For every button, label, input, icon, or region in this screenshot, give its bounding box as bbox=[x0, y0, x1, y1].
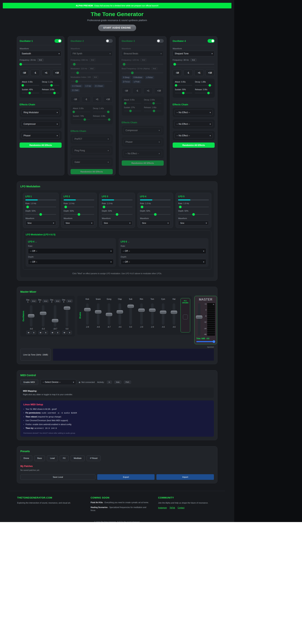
oscillator-2-toggle[interactable] bbox=[106, 39, 113, 43]
effect-3-select[interactable]: Phaser▾ bbox=[21, 133, 60, 138]
start-audio-engine-button[interactable]: START AUDIO ENGINE bbox=[98, 25, 136, 31]
master-fader[interactable] bbox=[196, 303, 202, 336]
beat-frequency-slider[interactable] bbox=[122, 72, 163, 73]
lfo-rate-slider[interactable] bbox=[102, 206, 133, 207]
mod-rate-select[interactable]: -- Off --▾ bbox=[121, 248, 206, 254]
oscillator-4-toggle[interactable] bbox=[208, 39, 215, 43]
volume-fader[interactable] bbox=[84, 303, 90, 325]
freq-minus-10-button[interactable]: -10 bbox=[19, 70, 29, 76]
export-button[interactable]: Export bbox=[97, 474, 155, 480]
decay-slider[interactable] bbox=[195, 85, 212, 86]
randomize-effects-button[interactable]: Randomize All Effects bbox=[70, 169, 113, 174]
mute-button[interactable]: M bbox=[38, 331, 43, 334]
mod-button[interactable]: Mod bbox=[66, 300, 72, 302]
effect-2-select[interactable]: Phaser▾ bbox=[124, 139, 162, 145]
lfo-waveform-select[interactable]: Sine▾ bbox=[178, 220, 209, 226]
release-slider[interactable] bbox=[42, 93, 59, 94]
binaural-preset-chip[interactable]: α Relax bbox=[145, 76, 154, 79]
enable-midi-button[interactable]: Enable MIDI bbox=[20, 379, 38, 385]
sustain-slider[interactable] bbox=[175, 93, 192, 94]
contact-link[interactable]: Contact bbox=[178, 506, 184, 509]
attack-slider[interactable] bbox=[22, 85, 39, 86]
freq-plus-10-button[interactable]: +10 bbox=[154, 88, 164, 94]
effect-2-select[interactable]: Compressor▾ bbox=[21, 121, 60, 127]
volume-fader[interactable] bbox=[117, 303, 123, 325]
lfo-depth-slider[interactable] bbox=[178, 214, 209, 215]
mod-badge[interactable]: Mod bbox=[140, 59, 147, 61]
mute-button[interactable]: M bbox=[50, 331, 55, 334]
mod-badge[interactable]: Mod bbox=[92, 76, 99, 78]
lfo-depth-slider[interactable] bbox=[102, 214, 133, 215]
freq-plus-10-button[interactable]: +10 bbox=[103, 96, 113, 102]
decay-slider[interactable] bbox=[144, 103, 161, 104]
release-slider[interactable] bbox=[195, 93, 212, 94]
effect-2-select[interactable]: -- No Effect --▾ bbox=[175, 121, 213, 127]
freq-plus-1-button[interactable]: +1 bbox=[92, 96, 102, 102]
preset-lead-button[interactable]: Lead bbox=[47, 455, 58, 461]
mod-badge[interactable]: Mod bbox=[89, 59, 96, 61]
waveform-select[interactable]: Sawtooth▾ bbox=[19, 51, 62, 56]
effect-1-select[interactable]: -- No Effect --▾ bbox=[175, 110, 213, 115]
effect-1-select[interactable]: Ring Modulator▾ bbox=[21, 110, 60, 115]
decay-slider[interactable] bbox=[42, 85, 59, 86]
binaural-preset-chip[interactable]: γ Peak bbox=[132, 80, 141, 83]
freq-minus-10-button[interactable]: -10 bbox=[173, 70, 182, 76]
freq-plus-1-button[interactable]: +1 bbox=[143, 88, 153, 94]
decay-slider[interactable] bbox=[93, 112, 110, 112]
fm-preset-chip[interactable]: 2:1 Down bbox=[93, 84, 104, 88]
mod-badge[interactable]: Mod bbox=[37, 59, 44, 61]
fm-preset-chip[interactable]: 3:1 Bell bbox=[70, 89, 80, 92]
all-drums-fader[interactable] bbox=[182, 306, 189, 330]
fm-preset-chip[interactable]: 1:1 Classic bbox=[70, 84, 83, 88]
lfo-rate-slider[interactable] bbox=[140, 206, 171, 207]
lineup-tone-button[interactable]: Line-Up Tone (1kHz -18dB) bbox=[20, 349, 51, 361]
master-volume-slider[interactable] bbox=[196, 341, 215, 342]
volume-fader[interactable] bbox=[28, 305, 34, 327]
lfo-depth-slider[interactable] bbox=[140, 214, 171, 215]
lfo-depth-slider[interactable] bbox=[25, 214, 56, 215]
mod-badge[interactable]: Mod bbox=[89, 67, 95, 70]
freq-minus-1-button[interactable]: -1 bbox=[133, 88, 142, 94]
solo-button[interactable]: S bbox=[43, 331, 48, 334]
sustain-slider[interactable] bbox=[73, 119, 90, 120]
save-local-button[interactable]: Save Local bbox=[20, 474, 95, 480]
solo-button[interactable]: S bbox=[31, 331, 36, 334]
waveform-select[interactable]: FM Synth▾ bbox=[70, 51, 113, 56]
randomize-effects-button[interactable]: Randomize All Effects bbox=[122, 160, 164, 166]
randomize-effects-button[interactable]: Randomize All Effects bbox=[173, 142, 215, 148]
sustain-slider[interactable] bbox=[124, 110, 141, 111]
release-slider[interactable] bbox=[144, 110, 161, 111]
binaural-preset-chip[interactable]: θ Meditate bbox=[132, 76, 144, 79]
binaural-preset-chip[interactable]: δ Sleep bbox=[122, 76, 131, 79]
freq-plus-10-button[interactable]: +10 bbox=[52, 70, 62, 76]
midi-device-select[interactable]: -- Select Device --▾ bbox=[41, 379, 76, 385]
release-slider[interactable] bbox=[93, 119, 110, 120]
preset-meditate-button[interactable]: Meditate bbox=[70, 455, 85, 461]
fm-preset-chip[interactable]: 1:2 Up bbox=[84, 84, 92, 88]
modulator-slider[interactable] bbox=[71, 72, 112, 73]
lfo-depth-slider[interactable] bbox=[64, 214, 94, 215]
lfo-waveform-select[interactable]: Sine▾ bbox=[102, 220, 133, 226]
modulation-index-slider[interactable] bbox=[71, 81, 112, 82]
preset-bass-button[interactable]: Bass bbox=[34, 455, 45, 461]
effect-1-select[interactable]: Compressor▾ bbox=[124, 128, 162, 133]
volume-fader[interactable] bbox=[64, 305, 70, 327]
volume-fader[interactable] bbox=[40, 305, 46, 327]
effect-3-select[interactable]: Gater▾ bbox=[72, 159, 111, 165]
reset-button[interactable]: ↺ Reset bbox=[87, 455, 101, 461]
freq-minus-1-button[interactable]: -1 bbox=[30, 70, 40, 76]
waveform-select[interactable]: Binaural Beats▾ bbox=[122, 51, 164, 56]
lfo-rate-slider[interactable] bbox=[25, 206, 56, 207]
volume-fader[interactable] bbox=[127, 303, 134, 325]
freq-plus-10-button[interactable]: +10 bbox=[205, 70, 215, 76]
lfo-waveform-select[interactable]: Sine▾ bbox=[64, 220, 94, 226]
mod-button[interactable]: Mod bbox=[42, 300, 48, 302]
volume-fader[interactable] bbox=[106, 303, 112, 325]
mod-rate-select[interactable]: -- Off --▾ bbox=[28, 248, 114, 254]
freq-plus-1-button[interactable]: +1 bbox=[41, 70, 51, 76]
lfo-waveform-select[interactable]: Sine▾ bbox=[140, 220, 171, 226]
mod-button[interactable]: Mod bbox=[54, 300, 60, 302]
volume-fader[interactable] bbox=[95, 303, 101, 325]
preset-drone-button[interactable]: Drone bbox=[20, 455, 32, 461]
waveform-select[interactable]: Shepard Tone▾ bbox=[173, 51, 215, 56]
